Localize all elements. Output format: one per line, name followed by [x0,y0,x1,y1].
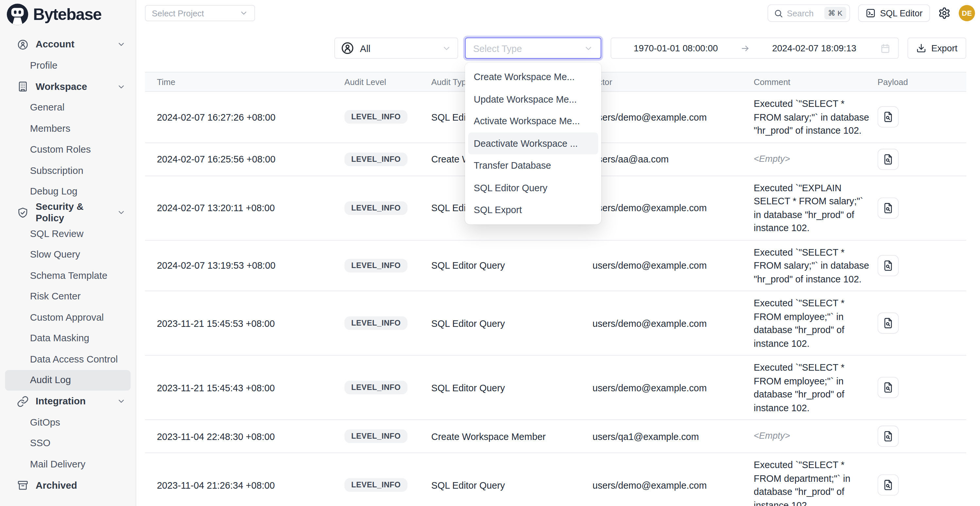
level-badge: LEVEL_INFO [345,201,407,215]
project-select-placeholder: Select Project [152,8,204,18]
cell-audit-level: LEVEL_INFO [345,430,431,443]
sidebar-item-subscription[interactable]: Subscription [5,160,130,181]
file-search-icon [883,153,894,164]
sidebar-item-profile[interactable]: Profile [5,55,130,76]
chevron-down-icon [584,43,593,53]
sidebar-section-label: Workspace [36,81,87,92]
sidebar-section-integration[interactable]: Integration [0,391,136,412]
sidebar-section-workspace[interactable]: Workspace [0,76,136,97]
type-menu-item-deactivate-workspace[interactable]: Deactivate Workspace ... [468,132,598,154]
sql-editor-label: SQL Editor [880,8,923,18]
type-menu-item-sql-export[interactable]: SQL Export [468,199,598,221]
sidebar-item-label: Debug Log [30,186,78,197]
date-to-value[interactable]: 2024-02-07 18:09:13 [749,43,879,53]
cell-audit-level: LEVEL_INFO [345,316,431,330]
type-filter-placeholder: Select Type [473,43,522,54]
sidebar-section-security-policy[interactable]: Security & Policy [0,202,136,223]
cell-payload [877,474,966,496]
brand-logo[interactable]: Bytebase [0,0,136,29]
sidebar-item-general[interactable]: General [5,97,130,118]
payload-view-button[interactable] [877,107,899,128]
sidebar-item-risk-center[interactable]: Risk Center [5,286,130,307]
sidebar-item-label: Members [30,123,71,134]
payload-view-button[interactable] [877,197,899,218]
search-input[interactable] [787,8,818,18]
sidebar-item-custom-roles[interactable]: Custom Roles [5,139,130,160]
shield-check-icon [17,207,29,218]
type-filter-select[interactable]: Select Type [465,38,601,59]
payload-view-button[interactable] [877,474,899,496]
sidebar-item-members[interactable]: Members [5,118,130,139]
sidebar-section-label: Archived [36,479,77,491]
level-badge: LEVEL_INFO [345,430,407,443]
payload-view-button[interactable] [877,312,899,334]
column-header-comment: Comment [754,77,878,87]
type-menu-item-create-workspace-me[interactable]: Create Workspace Me... [468,66,598,88]
level-badge: LEVEL_INFO [345,259,407,272]
cell-comment: Executed `"EXPLAIN SELECT * FROM salary;… [754,176,878,240]
sql-editor-button[interactable]: SQL Editor [858,4,930,22]
sidebar-section-label: Account [36,39,75,50]
user-circle-icon [17,38,29,50]
cell-actor: users/demo@example.com [593,479,754,490]
sidebar-item-mail-delivery[interactable]: Mail Delivery [5,454,130,475]
cell-audit-type: SQL Editor Query [431,382,592,393]
sidebar-item-label: SQL Review [30,228,84,239]
cell-comment: Executed `"SELECT * FROM employee;"` in … [754,356,878,419]
sidebar-item-slow-query[interactable]: Slow Query [5,244,130,265]
file-search-icon [883,111,894,123]
cell-payload [877,197,966,218]
type-menu-item-sql-editor-query[interactable]: SQL Editor Query [468,177,598,199]
sidebar-item-label: Schema Template [30,270,108,281]
date-range-picker[interactable]: 1970-01-01 08:00:00 2024-02-07 18:09:13 [611,38,899,59]
payload-view-button[interactable] [877,148,899,170]
project-select[interactable]: Select Project [145,5,255,21]
sidebar-item-sso[interactable]: SSO [5,433,130,454]
export-button[interactable]: Export [907,38,966,59]
cell-time: 2024-02-07 13:20:11 +08:00 [157,202,345,213]
payload-view-button[interactable] [877,426,899,447]
cell-actor: users/demo@example.com [593,202,754,213]
avatar[interactable]: DE [959,5,975,21]
avatar-initials: DE [962,10,972,17]
sidebar-item-label: Custom Roles [30,144,91,155]
payload-view-button[interactable] [877,377,899,398]
sidebar-item-label: Mail Delivery [30,458,86,470]
brand-name: Bytebase [33,5,101,24]
file-search-icon [883,479,894,491]
sidebar-item-audit-log[interactable]: Audit Log [5,370,130,391]
cell-audit-level: LEVEL_INFO [345,259,431,272]
payload-view-button[interactable] [877,255,899,276]
sidebar-item-label: Profile [30,60,57,71]
cell-actor: users/demo@example.com [593,382,754,393]
sidebar-item-custom-approval[interactable]: Custom Approval [5,307,130,328]
search-box[interactable]: ⌘ K [767,4,850,22]
cell-time: 2023-11-04 21:26:34 +08:00 [157,479,345,490]
sidebar-item-data-masking[interactable]: Data Masking [5,328,130,349]
sidebar-section-archived[interactable]: Archived [0,475,136,496]
actor-filter-select[interactable]: All [334,38,458,59]
sidebar-item-data-access-control[interactable]: Data Access Control [5,349,130,370]
type-menu-item-activate-workspace-me[interactable]: Activate Workspace Me... [468,110,598,132]
sidebar-item-sql-review[interactable]: SQL Review [5,223,130,244]
sidebar-item-gitops[interactable]: GitOps [5,412,130,433]
column-header-audit-level: Audit Level [345,77,431,87]
type-menu-item-update-workspace-me[interactable]: Update Workspace Me... [468,88,598,110]
sidebar-section-account[interactable]: Account [0,33,136,55]
cell-payload [877,107,966,128]
bytebase-logo-icon [6,3,29,26]
date-from-value[interactable]: 1970-01-01 08:00:00 [611,43,740,53]
cell-time: 2024-02-07 16:27:26 +08:00 [157,112,345,123]
file-search-icon [883,382,894,393]
column-header-time: Time [157,77,345,87]
cell-actor: users/demo@example.com [593,318,754,328]
type-menu-item-transfer-database[interactable]: Transfer Database [468,154,598,177]
sidebar-item-debug-log[interactable]: Debug Log [5,181,130,202]
topbar-right: ⌘ K SQL Editor DE [767,4,975,22]
chevron-down-icon [239,9,248,18]
cell-payload [877,255,966,276]
sidebar-item-schema-template[interactable]: Schema Template [5,265,130,286]
file-search-icon [883,260,894,271]
settings-button[interactable] [938,7,951,19]
file-search-icon [883,317,894,328]
